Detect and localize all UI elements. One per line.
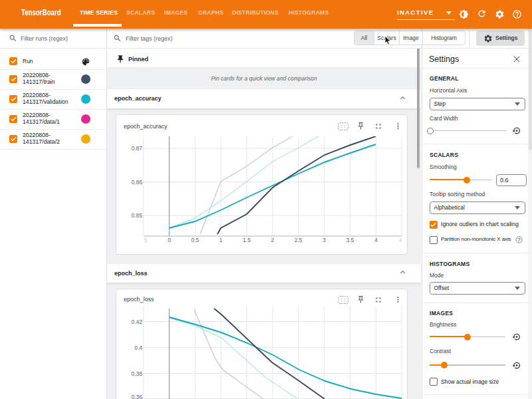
svg-text:1.5: 1.5 xyxy=(243,237,251,243)
svg-text:?: ? xyxy=(517,237,520,242)
svg-text:4: 4 xyxy=(374,237,378,243)
svg-text:3: 3 xyxy=(323,237,326,243)
svg-text:0.42: 0.42 xyxy=(131,319,142,325)
svg-text:2.5: 2.5 xyxy=(295,237,303,243)
svg-text:0.4: 0.4 xyxy=(134,344,142,351)
svg-text:0.87: 0.87 xyxy=(131,145,142,152)
svg-text:0.36: 0.36 xyxy=(131,394,142,399)
svg-text:5: 5 xyxy=(144,237,148,243)
svg-text:3.5: 3.5 xyxy=(346,237,354,243)
svg-text:1: 1 xyxy=(219,237,223,243)
svg-text:2: 2 xyxy=(271,237,275,243)
svg-text:0.38: 0.38 xyxy=(131,370,142,377)
svg-text:0: 0 xyxy=(168,237,171,243)
svg-text:4: 4 xyxy=(399,237,402,243)
svg-text:0.5: 0.5 xyxy=(191,237,199,243)
svg-text:0.85: 0.85 xyxy=(131,212,142,219)
svg-text:0.86: 0.86 xyxy=(131,179,142,186)
